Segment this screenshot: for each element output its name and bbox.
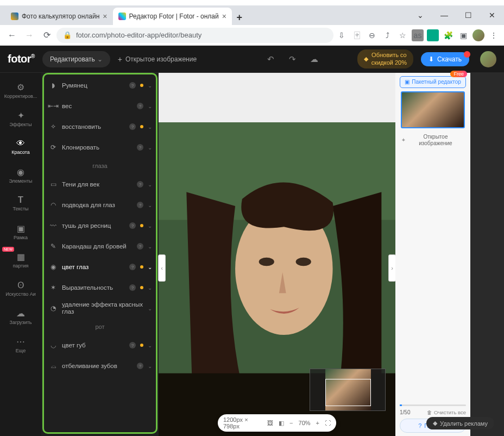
maximize-icon[interactable]: ☐ — [456, 7, 480, 23]
tool-eye-color[interactable]: ◉цвет глаз?⌄ — [41, 257, 159, 277]
help-icon[interactable]: ? — [137, 202, 143, 208]
rail-more[interactable]: ⋯Еще — [0, 331, 41, 359]
tool-teeth-whiten[interactable]: ⌓отбеливание зубов?⌄ — [41, 356, 159, 376]
help-icon[interactable]: ? — [129, 284, 136, 291]
open-image-button[interactable]: +Открытое изображение — [118, 55, 197, 64]
reload-button[interactable]: ⟳ — [39, 28, 54, 43]
new-tab-button[interactable]: + — [232, 10, 247, 25]
blush-icon: ◗ — [49, 81, 58, 90]
undo-icon[interactable]: ↶ — [264, 54, 278, 64]
rail-adjust[interactable]: ⚙Корректиров... — [0, 76, 41, 104]
rail-beauty[interactable]: 👁Красота — [0, 133, 41, 161]
tool-expressiveness[interactable]: ✶Выразительность?⌄ — [41, 277, 159, 298]
image-count: 1/50 — [400, 409, 410, 415]
zoom-in-button[interactable]: + — [316, 420, 319, 426]
help-icon[interactable]: ? — [137, 181, 143, 188]
help-icon[interactable]: ? — [129, 342, 136, 348]
collapse-left-handle[interactable]: ‹ — [158, 254, 166, 282]
profile-avatar[interactable] — [472, 29, 484, 41]
close-tab-icon[interactable]: × — [222, 12, 226, 21]
help-icon[interactable]: ? — [129, 222, 136, 229]
fotor-logo[interactable]: fotor® — [8, 53, 35, 65]
help-icon[interactable]: ? — [137, 144, 143, 151]
translate-icon[interactable]: 🀄︎ — [351, 29, 363, 41]
premium-dot-icon — [140, 125, 143, 128]
weight-icon: ⇤⇥ — [49, 102, 58, 110]
menu-icon[interactable]: ⋮ — [488, 29, 500, 41]
tool-mascara[interactable]: 〰тушь для ресниц?⌄ — [41, 215, 159, 236]
zoom-icon[interactable]: ⊖ — [366, 29, 378, 41]
chevron-down-icon: ⌄ — [148, 83, 152, 89]
rail-frame[interactable]: ▣Рамка — [0, 217, 41, 246]
tool-eyeshadow[interactable]: ▭Тени для век?⌄ — [41, 174, 159, 195]
tool-brow-pencil[interactable]: ✎Карандаш для бровей?⌄ — [41, 236, 159, 257]
minimize-icon[interactable]: ― — [432, 7, 456, 23]
shapes-icon: ◉ — [17, 167, 24, 177]
tool-lip-color[interactable]: ◡цвет губ?⌄ — [41, 335, 159, 356]
browser-tab-active[interactable]: Редактор Fotor | Fotor - онлай × — [113, 8, 232, 25]
close-tab-icon[interactable]: × — [103, 12, 107, 21]
remove-ads-button[interactable]: ◆Удалить рекламу — [426, 417, 494, 429]
browser-tab[interactable]: Фото калькулятор онлайн × — [5, 8, 113, 25]
zoom-out-button[interactable]: − — [289, 420, 293, 426]
forward-button[interactable]: → — [22, 28, 37, 43]
tool-restore[interactable]: ✧восстановить?⌄ — [41, 116, 159, 137]
rail-elements[interactable]: ◉Элементы — [0, 161, 41, 189]
cloud-icon[interactable]: ☁ — [307, 54, 322, 64]
trash-icon: 🗑 — [427, 409, 432, 415]
image-icon[interactable]: 🖼 — [267, 420, 273, 426]
rail-upload[interactable]: ☁Загрузить — [0, 302, 41, 331]
open-image-slot[interactable]: +Открытое изображение — [400, 132, 466, 149]
extension-green-icon[interactable] — [427, 29, 439, 41]
tool-clone[interactable]: ⟳Клонировать?⌄ — [41, 137, 159, 158]
tool-red-eye[interactable]: ◔удаление эффекта красных глаз⌄ — [41, 298, 159, 319]
frame-icon: ▣ — [17, 223, 25, 234]
help-circle-icon: ? — [418, 422, 421, 429]
canvas-image[interactable] — [159, 122, 395, 436]
rail-text[interactable]: TТексты — [0, 189, 41, 217]
extension-lastfm-icon[interactable]: as — [412, 29, 424, 41]
batch-editor-button[interactable]: ▣Пакетный редактор — [400, 76, 466, 88]
clear-all-button[interactable]: 🗑Очистить все — [427, 409, 466, 415]
address-bar[interactable]: 🔒 fotor.com/photo-editor-app/editor/beau… — [56, 28, 333, 43]
tab-title: Редактор Fotor | Fotor - онлай — [129, 13, 219, 20]
image-thumbnail[interactable] — [401, 91, 465, 128]
side-panel-icon[interactable]: ▣ — [457, 29, 469, 41]
tool-eyeliner[interactable]: ◠подводка для глаз?⌄ — [41, 195, 159, 215]
lock-icon: 🔒 — [63, 31, 72, 39]
upgrade-button[interactable]: ◆ Обновить соскидкой 20% — [357, 49, 413, 68]
download-button[interactable]: ⬇ Скачать — [421, 52, 469, 66]
user-avatar[interactable] — [480, 51, 496, 67]
tool-blush[interactable]: ◗Румянец?⌄ — [41, 75, 159, 96]
fullscreen-icon[interactable]: ⛶ — [325, 420, 331, 426]
install-app-icon[interactable]: ⇩ — [336, 29, 348, 41]
navigator[interactable] — [310, 369, 386, 411]
rail-effects[interactable]: ✦Эффекты — [0, 104, 41, 133]
navigator-viewport[interactable] — [325, 379, 371, 406]
help-icon[interactable]: ? — [137, 363, 143, 369]
bookmark-icon[interactable]: ☆ — [396, 29, 408, 41]
help-icon[interactable]: ? — [129, 123, 136, 130]
chevron-down-icon: ⌄ — [148, 223, 152, 229]
redo-icon[interactable]: ↷ — [286, 54, 300, 64]
share-icon[interactable]: ⤴ — [381, 29, 393, 41]
favicon-icon — [11, 13, 18, 20]
tool-weight[interactable]: ⇤⇥вес?⌄ — [41, 96, 159, 116]
extensions-icon[interactable]: 🧩 — [442, 29, 454, 41]
back-button[interactable]: ← — [4, 28, 20, 43]
premium-dot-icon — [140, 286, 143, 289]
help-icon[interactable]: ? — [129, 264, 136, 270]
chevron-down-icon[interactable]: ⌄ — [408, 7, 432, 23]
compare-icon[interactable]: ◧ — [279, 420, 284, 427]
edit-dropdown[interactable]: Редактировать⌄ — [42, 51, 110, 67]
close-window-icon[interactable]: ✕ — [480, 7, 504, 23]
collapse-right-handle[interactable]: › — [388, 254, 396, 282]
rail-party[interactable]: NEW▦партия — [0, 246, 41, 274]
help-icon[interactable]: ? — [137, 243, 143, 250]
lips-icon: ◡ — [49, 341, 58, 350]
browser-toolbar: ← → ⟳ 🔒 fotor.com/photo-editor-app/edito… — [0, 25, 504, 46]
chevron-down-icon: ⌄ — [148, 363, 152, 369]
help-icon[interactable]: ? — [137, 103, 143, 109]
rail-ai[interactable]: ʘИскусство Аи — [0, 274, 41, 302]
help-icon[interactable]: ? — [129, 82, 136, 89]
